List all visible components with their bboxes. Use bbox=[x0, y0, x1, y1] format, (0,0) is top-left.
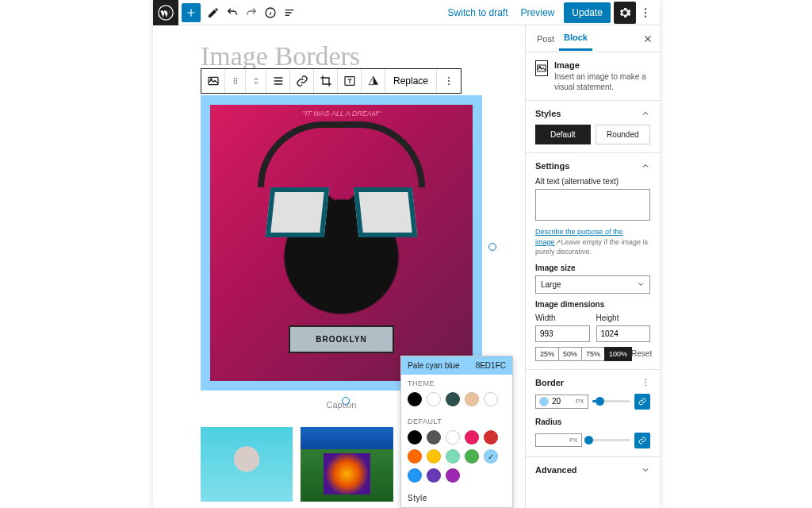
selected-color-hex: 8ED1FC bbox=[476, 361, 506, 370]
style-rounded-button[interactable]: Rounded bbox=[596, 125, 651, 144]
info-button[interactable] bbox=[261, 3, 280, 22]
add-block-button[interactable] bbox=[182, 3, 201, 22]
settings-heading: Settings bbox=[535, 161, 569, 171]
reset-button[interactable]: Reset bbox=[631, 349, 652, 358]
alt-text-input[interactable] bbox=[535, 189, 650, 221]
border-unit[interactable]: PX bbox=[576, 398, 584, 405]
pct-100-button[interactable]: 100% bbox=[604, 347, 632, 361]
svg-point-19 bbox=[645, 379, 645, 380]
swatch-pink[interactable] bbox=[465, 430, 479, 444]
border-color-swatch[interactable] bbox=[539, 397, 549, 406]
swatch-mint[interactable] bbox=[446, 449, 460, 464]
switch-to-draft-link[interactable]: Switch to draft bbox=[442, 7, 515, 18]
swatch-theme-black[interactable] bbox=[408, 392, 422, 406]
swatch-white[interactable] bbox=[446, 430, 460, 444]
border-link-button[interactable] bbox=[634, 394, 650, 410]
radius-unit[interactable]: PX bbox=[569, 437, 578, 444]
styles-toggle-icon[interactable] bbox=[641, 109, 650, 118]
swatch-gray[interactable] bbox=[427, 430, 441, 444]
style-default-button[interactable]: Default bbox=[535, 125, 591, 144]
width-label: Width bbox=[535, 314, 590, 322]
width-input[interactable] bbox=[535, 325, 590, 342]
swatch-purple[interactable] bbox=[446, 468, 460, 483]
wordpress-logo[interactable] bbox=[153, 0, 178, 25]
move-arrows-icon[interactable] bbox=[246, 69, 266, 93]
align-button[interactable] bbox=[266, 69, 290, 93]
image-size-label: Image size bbox=[535, 264, 650, 272]
swatch-pale-cyan-blue[interactable] bbox=[484, 449, 498, 464]
advanced-toggle-icon[interactable] bbox=[641, 465, 650, 475]
swatch-theme-tan[interactable] bbox=[465, 392, 479, 406]
border-width-slider[interactable] bbox=[592, 400, 630, 402]
undo-button[interactable] bbox=[223, 3, 242, 22]
image-block[interactable]: "IT WAS ALL A DREAM" BROOKLYN bbox=[201, 95, 482, 391]
close-sidebar-icon[interactable] bbox=[642, 33, 653, 44]
link-button[interactable] bbox=[290, 69, 314, 93]
swatch-amber[interactable] bbox=[427, 449, 441, 464]
svg-point-18 bbox=[539, 67, 540, 67]
radius-label: Radius bbox=[535, 418, 650, 426]
radius-slider[interactable] bbox=[586, 439, 630, 441]
swatch-red[interactable] bbox=[484, 430, 498, 444]
pct-25-button[interactable]: 25% bbox=[535, 347, 559, 361]
svg-point-14 bbox=[448, 77, 450, 79]
settings-gear-button[interactable] bbox=[614, 2, 636, 24]
swatch-black[interactable] bbox=[408, 430, 422, 444]
editor-topbar: Switch to draft Preview Update bbox=[153, 0, 660, 25]
resize-handle-right[interactable] bbox=[488, 243, 496, 251]
border-heading: Border bbox=[535, 378, 564, 387]
style-section-label: Style bbox=[401, 489, 512, 507]
swatch-orange[interactable] bbox=[408, 449, 422, 464]
border-options-icon[interactable] bbox=[641, 378, 650, 387]
block-type-icon[interactable] bbox=[201, 69, 225, 93]
pct-75-button[interactable]: 75% bbox=[581, 347, 605, 361]
svg-point-15 bbox=[448, 80, 450, 82]
theme-colors-label: THEME bbox=[401, 375, 512, 389]
svg-point-20 bbox=[645, 382, 645, 383]
drag-handle-icon[interactable] bbox=[225, 69, 246, 93]
preview-link[interactable]: Preview bbox=[515, 7, 561, 18]
pct-50-button[interactable]: 50% bbox=[558, 347, 582, 361]
theme-swatches bbox=[401, 389, 512, 413]
swatch-blue[interactable] bbox=[408, 468, 422, 483]
advanced-panel: Advanced bbox=[526, 457, 660, 483]
crop-button[interactable] bbox=[314, 69, 338, 93]
height-input[interactable] bbox=[596, 325, 651, 342]
block-more-button[interactable] bbox=[437, 69, 461, 93]
settings-toggle-icon[interactable] bbox=[641, 161, 650, 171]
editor-canvas[interactable]: Image Borders Replace "IT WAS bbox=[153, 25, 525, 508]
gallery-image-2[interactable] bbox=[301, 427, 393, 502]
svg-point-21 bbox=[645, 385, 645, 386]
border-width-input[interactable] bbox=[552, 397, 573, 406]
tab-post[interactable]: Post bbox=[532, 28, 559, 50]
radius-link-button[interactable] bbox=[634, 433, 650, 448]
redo-button[interactable] bbox=[242, 3, 261, 22]
image-content: "IT WAS ALL A DREAM" BROOKLYN bbox=[210, 105, 473, 381]
radius-input-wrap: PX bbox=[535, 433, 582, 447]
tab-block[interactable]: Block bbox=[559, 26, 592, 51]
edit-mode-icon[interactable] bbox=[204, 3, 223, 22]
svg-point-10 bbox=[236, 80, 237, 82]
swatch-green[interactable] bbox=[465, 449, 479, 464]
dimensions-label: Image dimensions bbox=[535, 300, 650, 309]
color-picker-header: Pale cyan blue 8ED1FC bbox=[401, 356, 512, 375]
selected-color-name: Pale cyan blue bbox=[408, 361, 460, 370]
duotone-button[interactable] bbox=[362, 69, 385, 93]
resize-handle-bottom[interactable] bbox=[342, 397, 350, 405]
image-size-select[interactable]: Large bbox=[535, 275, 650, 294]
page-title[interactable]: Image Borders bbox=[201, 41, 493, 71]
image-block-icon bbox=[535, 60, 548, 76]
swatch-theme-white[interactable] bbox=[427, 392, 441, 406]
sidebar-tabs: Post Block bbox=[526, 25, 660, 52]
swatch-theme-darkslate[interactable] bbox=[446, 392, 460, 406]
text-overlay-button[interactable] bbox=[338, 69, 362, 93]
radius-input[interactable] bbox=[539, 436, 566, 444]
more-options-button[interactable] bbox=[636, 3, 655, 22]
gallery-image-1[interactable] bbox=[201, 427, 293, 502]
update-button[interactable]: Update bbox=[564, 2, 611, 23]
replace-button[interactable]: Replace bbox=[385, 69, 437, 93]
swatch-theme-empty[interactable] bbox=[484, 392, 498, 406]
height-label: Height bbox=[596, 314, 651, 322]
list-view-button[interactable] bbox=[280, 3, 299, 22]
swatch-deep-purple[interactable] bbox=[427, 468, 441, 483]
